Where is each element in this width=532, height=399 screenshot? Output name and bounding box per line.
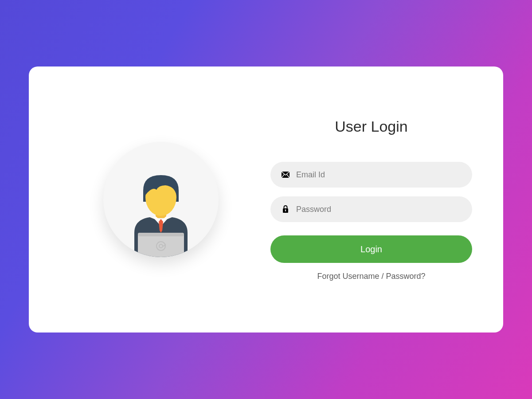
password-input[interactable] (296, 205, 462, 214)
lock-icon (281, 205, 290, 214)
svg-rect-9 (285, 210, 286, 211)
password-field-row (270, 196, 472, 222)
forgot-link[interactable]: Forgot Username / Password? (270, 272, 472, 281)
login-form: User Login Login (262, 89, 472, 310)
login-card: User Login Login (29, 66, 503, 332)
avatar-section (60, 89, 262, 310)
svg-rect-2 (138, 233, 184, 257)
email-input[interactable] (296, 170, 462, 180)
svg-rect-3 (138, 233, 184, 236)
email-icon (281, 170, 290, 179)
page-title: User Login (270, 118, 472, 135)
login-button[interactable]: Login (270, 235, 472, 263)
user-avatar-icon (117, 168, 205, 257)
email-field-row (270, 162, 472, 188)
avatar-circle (103, 142, 219, 257)
